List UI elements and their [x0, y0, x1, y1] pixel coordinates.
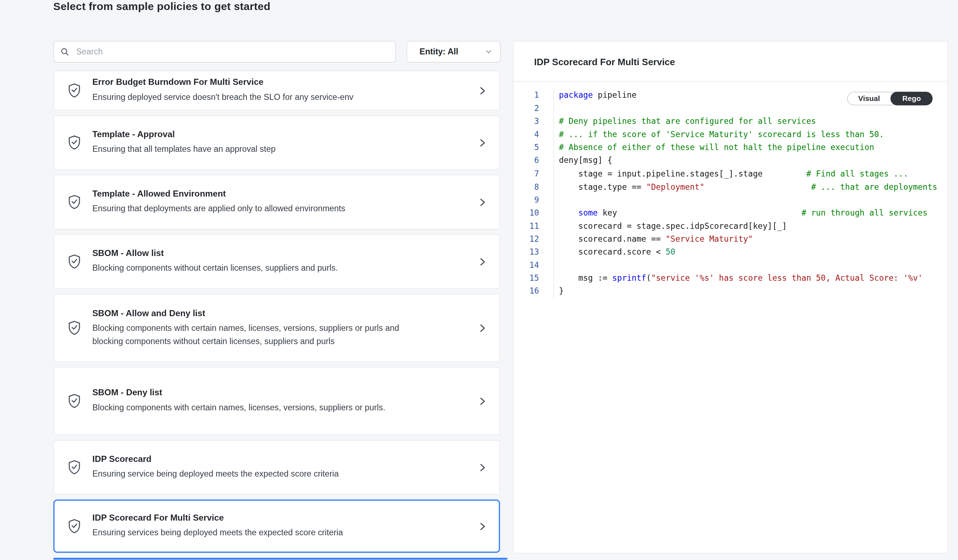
chevron-right-icon	[478, 463, 487, 472]
policy-list-item[interactable]: IDP Scorecard Ensuring service being dep…	[53, 440, 500, 495]
policy-description: Ensuring services being deployed meets t…	[92, 527, 402, 539]
policy-title: SBOM - Allow list	[92, 248, 478, 258]
policy-list-item[interactable]: Template - Approval Ensuring that all te…	[53, 115, 500, 170]
code-line: 12 scorecard.name == "Service Maturity"	[514, 232, 948, 246]
code-line: 10 some key # run through all services	[514, 206, 948, 219]
line-number: 15	[514, 272, 554, 285]
code-line: 4# ... if the score of 'Service Maturity…	[514, 128, 948, 141]
detail-panel-title: IDP Scorecard For Multi Service	[534, 57, 675, 67]
policy-title: SBOM - Deny list	[92, 387, 478, 397]
policy-list-item[interactable]: SBOM - Allow and Deny list Blocking comp…	[53, 293, 500, 362]
policy-description: Ensuring that deployments are applied on…	[92, 203, 402, 216]
policy-list: Error Budget Burndown For Multi Service …	[53, 71, 500, 557]
policy-description: Ensuring that all templates have an appr…	[92, 143, 402, 156]
code-line: 14	[514, 259, 948, 272]
policy-list-item[interactable]: Error Budget Burndown For Multi Service …	[53, 71, 500, 110]
line-number: 11	[514, 219, 554, 233]
shield-check-icon	[68, 195, 83, 210]
code-line: 11 scorecard = stage.spec.idpScorecard[k…	[514, 219, 948, 233]
detail-divider	[514, 81, 948, 82]
toggle-visual-button[interactable]: Visual	[848, 92, 891, 105]
chevron-right-icon	[478, 197, 487, 206]
search-box[interactable]	[53, 41, 396, 63]
sample-policies-page: Select from sample policies to get start…	[0, 0, 958, 560]
line-number: 16	[514, 285, 554, 298]
policy-list-item[interactable]: SBOM - Deny list Blocking components wit…	[53, 367, 500, 435]
policy-title: IDP Scorecard	[92, 454, 478, 464]
chevron-right-icon	[478, 522, 487, 531]
line-number: 10	[514, 206, 554, 219]
chevron-right-icon	[478, 257, 487, 266]
policy-description: Ensuring service being deployed meets th…	[92, 468, 402, 481]
policy-description: Blocking components without certain lice…	[92, 262, 402, 275]
line-number: 14	[514, 259, 554, 272]
policy-description: Blocking components with certain names, …	[92, 402, 402, 414]
policy-title: Template - Allowed Environment	[92, 189, 478, 199]
code-view-toggle[interactable]: Visual Rego	[847, 92, 933, 105]
code-line: 9	[514, 194, 948, 206]
chevron-right-icon	[478, 323, 487, 333]
code-line: 7 stage = input.pipeline.stages[_].stage…	[514, 167, 948, 181]
code-line: 3# Deny pipelines that are configured fo…	[514, 115, 948, 128]
policy-description: Blocking components with certain names, …	[92, 323, 402, 348]
code-editor[interactable]: 1package pipeline23# Deny pipelines that…	[514, 89, 948, 553]
line-number: 1	[514, 89, 554, 102]
code-line: 8 stage.type == "Deployment" # ... that …	[514, 180, 948, 194]
line-number: 2	[514, 102, 554, 115]
line-number: 8	[514, 180, 554, 194]
shield-check-icon	[68, 393, 83, 409]
line-number: 12	[514, 232, 554, 246]
page-title: Select from sample policies to get start…	[53, 0, 271, 13]
code-line: 16}	[514, 285, 948, 298]
code-line: 15 msg := sprintf("service '%s' has scor…	[514, 272, 948, 285]
code-line: 13 scorecard.score < 50	[514, 246, 948, 259]
line-number: 6	[514, 154, 554, 167]
shield-check-icon	[68, 135, 83, 150]
line-number: 4	[514, 128, 554, 141]
toggle-rego-button[interactable]: Rego	[891, 92, 933, 105]
policy-title: Template - Approval	[92, 129, 478, 139]
shield-check-icon	[68, 519, 83, 534]
shield-check-icon	[68, 254, 83, 269]
entity-filter-label: Entity: All	[420, 47, 458, 57]
policy-detail-panel: IDP Scorecard For Multi Service Visual R…	[513, 41, 948, 553]
chevron-down-icon	[485, 48, 493, 56]
line-number: 5	[514, 141, 554, 154]
policy-list-item[interactable]: IDP Scorecard For Multi Service Ensuring…	[53, 500, 500, 553]
policy-description: Ensuring deployed service doesn't breach…	[92, 91, 402, 104]
code-line: 5# Absence of either of these will not h…	[514, 141, 948, 154]
code-line: 6deny[msg] {	[514, 154, 948, 167]
shield-check-icon	[68, 320, 83, 335]
line-number: 7	[514, 167, 554, 181]
line-number: 3	[514, 115, 554, 128]
policy-title: IDP Scorecard For Multi Service	[92, 513, 478, 523]
shield-check-icon	[68, 460, 83, 475]
policy-list-item[interactable]: SBOM - Allow list Blocking components wi…	[53, 234, 500, 289]
policy-title: SBOM - Allow and Deny list	[92, 308, 478, 318]
policy-title: Error Budget Burndown For Multi Service	[92, 77, 478, 87]
search-input[interactable]	[75, 46, 389, 57]
entity-filter-dropdown[interactable]: Entity: All	[406, 41, 501, 63]
line-number: 13	[514, 246, 554, 259]
policy-list-item[interactable]: Template - Allowed Environment Ensuring …	[53, 175, 500, 229]
chevron-right-icon	[478, 86, 487, 95]
chevron-right-icon	[478, 138, 487, 147]
search-icon	[60, 47, 70, 57]
chevron-right-icon	[478, 397, 487, 406]
shield-check-icon	[68, 83, 83, 98]
line-number: 9	[514, 194, 554, 206]
scroll-indicator-bar	[53, 558, 508, 560]
